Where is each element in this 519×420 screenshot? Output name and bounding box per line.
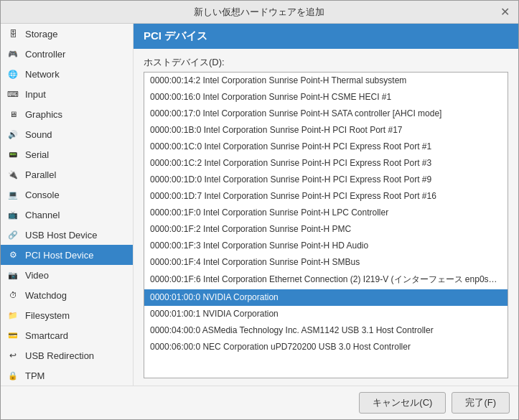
video-icon: [6, 269, 19, 281]
list-item[interactable]: 0000:00:1C:0 Intel Corporation Sunrise P…: [144, 139, 508, 155]
list-item[interactable]: 0000:00:1C:2 Intel Corporation Sunrise P…: [144, 155, 508, 172]
sidebar-item-storage[interactable]: Storage: [1, 24, 133, 44]
sidebar-label-storage: Storage: [25, 29, 58, 39]
input-icon: [6, 88, 19, 101]
device-list[interactable]: 0000:00:14:2 Intel Corporation Sunrise P…: [144, 72, 508, 378]
list-item[interactable]: 0000:00:1F:2 Intel Corporation Sunrise P…: [144, 221, 508, 238]
sidebar-label-usb-redirection: USB Redirection: [25, 350, 94, 361]
list-item[interactable]: 0000:04:00:0 ASMedia Technology Inc. ASM…: [144, 322, 508, 339]
list-item[interactable]: 0000:00:1D:7 Intel Corporation Sunrise P…: [144, 188, 508, 205]
channel-icon: [6, 208, 19, 221]
sidebar-item-pci-host[interactable]: PCI Host Device: [1, 245, 133, 265]
sidebar-label-controller: Controller: [25, 49, 65, 60]
sidebar-label-filesystem: Filesystem: [25, 310, 70, 321]
sound-icon: [6, 128, 19, 141]
main-panel: PCI デバイス ホストデバイス(D): 0000:00:14:2 Intel …: [134, 24, 518, 386]
list-item[interactable]: 0000:00:1B:0 Intel Corporation Sunrise P…: [144, 122, 508, 139]
usb-icon: [6, 228, 19, 241]
graphics-icon: [6, 108, 19, 121]
list-item[interactable]: 0000:00:1F:3 Intel Corporation Sunrise P…: [144, 238, 508, 254]
sidebar-label-parallel: Parallel: [25, 169, 56, 180]
content-area: StorageControllerNetworkInputGraphicsSou…: [1, 24, 518, 386]
list-item[interactable]: 0000:00:14:2 Intel Corporation Sunrise P…: [144, 73, 508, 89]
parallel-icon: [6, 168, 19, 181]
sidebar-item-sound[interactable]: Sound: [1, 124, 133, 144]
sidebar-item-tpm[interactable]: TPM: [1, 365, 133, 386]
window-title: 新しい仮想ハードウェアを追加: [21, 6, 497, 19]
sidebar-item-graphics[interactable]: Graphics: [1, 104, 133, 124]
pci-icon: [6, 248, 19, 261]
sidebar-label-sound: Sound: [25, 129, 52, 140]
smartcard-icon: [6, 329, 19, 342]
sidebar-item-controller[interactable]: Controller: [1, 44, 133, 64]
sidebar-label-usb-host: USB Host Device: [25, 230, 97, 241]
sidebar-item-parallel[interactable]: Parallel: [1, 164, 133, 185]
sidebar-label-tpm: TPM: [25, 370, 45, 381]
tpm-icon: [6, 369, 19, 382]
sidebar-item-usb-redirection[interactable]: USB Redirection: [1, 345, 133, 365]
sidebar-item-console[interactable]: Console: [1, 185, 133, 205]
close-button[interactable]: ✕: [497, 5, 513, 19]
sidebar-label-pci-host: PCI Host Device: [25, 250, 93, 261]
sidebar-item-filesystem[interactable]: Filesystem: [1, 305, 133, 325]
network-icon: [6, 67, 19, 80]
sidebar-label-watchdog: Watchdog: [25, 290, 67, 301]
finish-button[interactable]: 完了(F): [452, 392, 510, 414]
sidebar-label-input: Input: [25, 89, 46, 100]
panel-body: ホストデバイス(D): 0000:00:14:2 Intel Corporati…: [134, 49, 518, 386]
sidebar-item-usb-host[interactable]: USB Host Device: [1, 225, 133, 245]
titlebar: 新しい仮想ハードウェアを追加 ✕: [1, 1, 518, 24]
sidebar-item-input[interactable]: Input: [1, 84, 133, 104]
list-item[interactable]: 0000:06:00:0 NEC Corporation uPD720200 U…: [144, 339, 508, 355]
sidebar-item-smartcard[interactable]: Smartcard: [1, 325, 133, 345]
sidebar-label-video: Video: [25, 270, 49, 281]
sidebar-label-graphics: Graphics: [25, 109, 62, 120]
sidebar-label-channel: Channel: [25, 210, 60, 220]
list-item[interactable]: 0000:00:1F:4 Intel Corporation Sunrise P…: [144, 254, 508, 271]
usbred-icon: [6, 349, 19, 362]
dialog-window: 新しい仮想ハードウェアを追加 ✕ StorageControllerNetwor…: [0, 0, 519, 420]
list-item[interactable]: 0000:00:1D:0 Intel Corporation Sunrise P…: [144, 172, 508, 188]
sidebar-label-console: Console: [25, 190, 60, 200]
panel-title: PCI デバイス: [134, 24, 518, 49]
sidebar-item-network[interactable]: Network: [1, 64, 133, 84]
list-item[interactable]: 0000:00:1F:6 Intel Corporation Ethernet …: [144, 271, 508, 289]
cancel-button[interactable]: キャンセル(C): [359, 392, 446, 414]
sidebar-item-watchdog[interactable]: Watchdog: [1, 285, 133, 305]
list-item[interactable]: 0000:00:16:0 Intel Corporation Sunrise P…: [144, 89, 508, 106]
sidebar-item-video[interactable]: Video: [1, 265, 133, 285]
watchdog-icon: [6, 289, 19, 302]
list-item[interactable]: 0000:00:17:0 Intel Corporation Sunrise P…: [144, 106, 508, 122]
serial-icon: [6, 148, 19, 161]
list-item[interactable]: 0000:01:00:0 NVIDIA Corporation: [144, 289, 508, 306]
sidebar-label-network: Network: [25, 69, 60, 80]
dialog-footer: キャンセル(C) 完了(F): [1, 386, 518, 419]
host-device-label: ホストデバイス(D):: [144, 56, 508, 69]
sidebar-item-serial[interactable]: Serial: [1, 144, 133, 164]
storage-icon: [6, 27, 19, 40]
sidebar-item-channel[interactable]: Channel: [1, 205, 133, 225]
sidebar-label-serial: Serial: [25, 149, 49, 160]
console-icon: [6, 188, 19, 201]
controller-icon: [6, 47, 19, 60]
list-item[interactable]: 0000:01:00:1 NVIDIA Corporation: [144, 306, 508, 322]
list-item[interactable]: 0000:00:1F:0 Intel Corporation Sunrise P…: [144, 205, 508, 221]
filesystem-icon: [6, 309, 19, 322]
sidebar-label-smartcard: Smartcard: [25, 330, 68, 341]
sidebar: StorageControllerNetworkInputGraphicsSou…: [1, 24, 134, 386]
